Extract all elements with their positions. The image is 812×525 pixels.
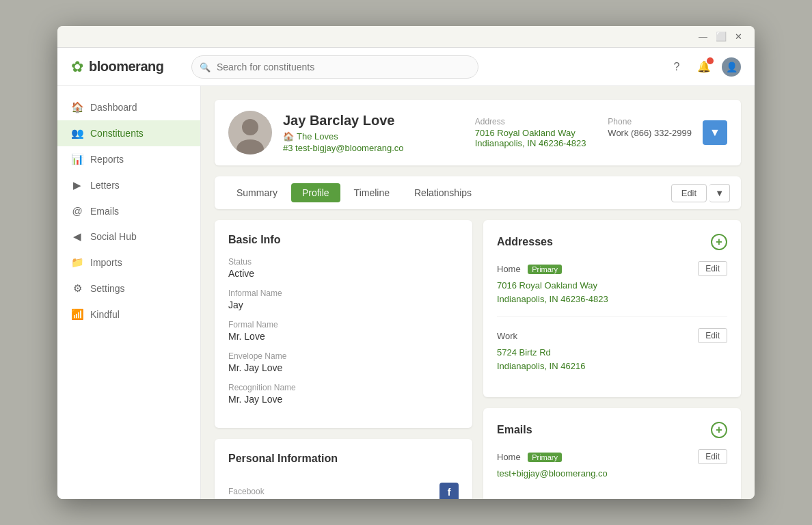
kindful-icon: 📶 bbox=[71, 308, 83, 321]
tab-profile[interactable]: Profile bbox=[291, 183, 340, 202]
field-status: Status Active bbox=[228, 257, 459, 279]
primary-badge: Primary bbox=[528, 265, 562, 274]
logo-text: bloomerang bbox=[89, 59, 163, 75]
home-icon: 🏠 bbox=[71, 101, 83, 113]
edit-email-button[interactable]: Edit bbox=[698, 449, 727, 464]
field-formal-name: Formal Name Mr. Love bbox=[228, 320, 459, 342]
address-detail: Address 7016 Royal Oakland Way Indianapo… bbox=[475, 117, 586, 148]
phone-detail: Phone Work (866) 332-2999 bbox=[608, 117, 692, 148]
sidebar-item-emails[interactable]: @ Emails bbox=[57, 198, 200, 224]
address-work: Work Edit 5724 Birtz Rd Indianapolis, IN… bbox=[497, 328, 727, 383]
sidebar-item-letters-label: Letters bbox=[90, 180, 120, 191]
profile-name: Jay Barclay Love bbox=[283, 113, 464, 129]
titlebar: — ⬜ ✕ bbox=[57, 26, 755, 48]
search-input[interactable] bbox=[191, 55, 478, 79]
sidebar: 🏠 Dashboard 👥 Constituents 📊 Reports ▶ L… bbox=[57, 86, 201, 499]
user-avatar-button[interactable]: 👤 bbox=[722, 57, 741, 77]
edit-address-home-button[interactable]: Edit bbox=[698, 261, 727, 276]
app-window: — ⬜ ✕ ✿ bloomerang 🔍 ? 🔔 👤 bbox=[57, 26, 755, 499]
topbar: ✿ bloomerang 🔍 ? 🔔 👤 bbox=[57, 48, 755, 86]
facebook-row: Facebook f bbox=[228, 476, 459, 499]
tab-timeline[interactable]: Timeline bbox=[343, 183, 401, 202]
tab-relationships[interactable]: Relationships bbox=[403, 183, 483, 202]
addresses-title: Addresses + bbox=[497, 234, 727, 250]
field-recognition-name: Recognition Name Mr. Jay Love bbox=[228, 383, 459, 405]
maximize-button[interactable]: ⬜ bbox=[712, 30, 731, 43]
logo-icon: ✿ bbox=[71, 58, 83, 76]
minimize-button[interactable]: — bbox=[694, 30, 712, 43]
profile-info: Jay Barclay Love 🏠 The Loves #3 test-big… bbox=[283, 113, 464, 153]
add-address-button[interactable]: + bbox=[711, 234, 727, 250]
addresses-card: Addresses + Home Primary Edit bbox=[483, 220, 741, 397]
emails-title: Emails + bbox=[497, 422, 727, 438]
emails-icon: @ bbox=[71, 205, 83, 217]
left-column: Basic Info Status Active Informal Name J… bbox=[215, 220, 472, 499]
svg-point-1 bbox=[242, 119, 258, 135]
sidebar-item-settings-label: Settings bbox=[90, 283, 125, 294]
notification-badge bbox=[707, 57, 714, 64]
topbar-actions: ? 🔔 👤 bbox=[667, 57, 741, 77]
right-column: Addresses + Home Primary Edit bbox=[483, 220, 741, 499]
personal-info-card: Personal Information Facebook f bbox=[215, 439, 472, 499]
basic-info-card: Basic Info Status Active Informal Name J… bbox=[215, 220, 472, 428]
tabs-row: Summary Profile Timeline Relationships E… bbox=[215, 176, 741, 209]
basic-info-title: Basic Info bbox=[228, 234, 459, 246]
sidebar-item-kindful-label: Kindful bbox=[90, 309, 120, 320]
facebook-icon[interactable]: f bbox=[439, 483, 459, 499]
profile-avatar bbox=[228, 111, 272, 154]
reports-icon: 📊 bbox=[71, 153, 83, 165]
two-col-layout: Basic Info Status Active Informal Name J… bbox=[215, 220, 741, 499]
sidebar-item-settings[interactable]: ⚙ Settings bbox=[57, 275, 200, 301]
emails-card: Emails + Home Primary Edit bbox=[483, 408, 741, 499]
profile-dropdown-button[interactable]: ▼ bbox=[703, 120, 727, 145]
profile-org: 🏠 The Loves bbox=[283, 131, 464, 142]
sidebar-item-letters[interactable]: ▶ Letters bbox=[57, 172, 200, 198]
sidebar-item-kindful[interactable]: 📶 Kindful bbox=[57, 301, 200, 327]
email-primary-badge: Primary bbox=[528, 453, 562, 462]
tab-summary[interactable]: Summary bbox=[226, 183, 288, 202]
notification-button[interactable]: 🔔 bbox=[694, 57, 714, 77]
sidebar-item-dashboard-label: Dashboard bbox=[90, 102, 137, 113]
close-button[interactable]: ✕ bbox=[731, 30, 746, 43]
sidebar-item-constituents[interactable]: 👥 Constituents bbox=[57, 120, 200, 146]
profile-details: Address 7016 Royal Oakland Way Indianapo… bbox=[475, 117, 692, 148]
edit-dropdown-button[interactable]: ▼ bbox=[709, 184, 730, 202]
address-home: Home Primary Edit 7016 Royal Oakland Way… bbox=[497, 261, 727, 317]
profile-header: Jay Barclay Love 🏠 The Loves #3 test-big… bbox=[215, 100, 741, 165]
social-hub-icon: ◀ bbox=[71, 230, 83, 243]
logo-area: ✿ bloomerang bbox=[71, 58, 180, 76]
help-button[interactable]: ? bbox=[667, 57, 686, 77]
field-informal-name: Informal Name Jay bbox=[228, 288, 459, 310]
address-home-header: Home Primary Edit bbox=[497, 261, 727, 276]
search-icon: 🔍 bbox=[200, 62, 211, 72]
edit-btn-area: Edit ▼ bbox=[671, 184, 730, 202]
sidebar-item-constituents-label: Constituents bbox=[90, 128, 144, 139]
letters-icon: ▶ bbox=[71, 179, 83, 191]
email-home: Home Primary Edit test+bigjay@bloomerang… bbox=[497, 449, 727, 492]
sidebar-item-dashboard[interactable]: 🏠 Dashboard bbox=[57, 94, 200, 120]
address-work-header: Work Edit bbox=[497, 328, 727, 343]
imports-icon: 📁 bbox=[71, 256, 83, 269]
sidebar-item-social-hub[interactable]: ◀ Social Hub bbox=[57, 224, 200, 250]
email-home-header: Home Primary Edit bbox=[497, 449, 727, 464]
app-layout: ✿ bloomerang 🔍 ? 🔔 👤 🏠 Dash bbox=[57, 48, 755, 499]
profile-record: #3 test-bigjay@bloomerang.co bbox=[283, 143, 464, 153]
edit-button[interactable]: Edit bbox=[671, 184, 707, 202]
constituents-icon: 👥 bbox=[71, 127, 83, 139]
sidebar-item-reports[interactable]: 📊 Reports bbox=[57, 146, 200, 172]
sidebar-item-emails-label: Emails bbox=[90, 206, 119, 217]
content-area: Jay Barclay Love 🏠 The Loves #3 test-big… bbox=[201, 86, 755, 499]
edit-address-work-button[interactable]: Edit bbox=[698, 328, 727, 343]
field-envelope-name: Envelope Name Mr. Jay Love bbox=[228, 351, 459, 373]
profile-actions: ▼ bbox=[703, 120, 727, 145]
sidebar-item-social-hub-label: Social Hub bbox=[90, 231, 137, 242]
search-bar: 🔍 bbox=[191, 55, 478, 79]
sidebar-item-reports-label: Reports bbox=[90, 154, 124, 165]
sidebar-item-imports-label: Imports bbox=[90, 257, 122, 268]
add-email-button[interactable]: + bbox=[711, 422, 727, 438]
home-org-icon: 🏠 bbox=[283, 131, 294, 142]
main-content: 🏠 Dashboard 👥 Constituents 📊 Reports ▶ L… bbox=[57, 86, 755, 499]
sidebar-item-imports[interactable]: 📁 Imports bbox=[57, 250, 200, 275]
settings-icon: ⚙ bbox=[71, 282, 83, 295]
personal-info-title: Personal Information bbox=[228, 453, 459, 465]
